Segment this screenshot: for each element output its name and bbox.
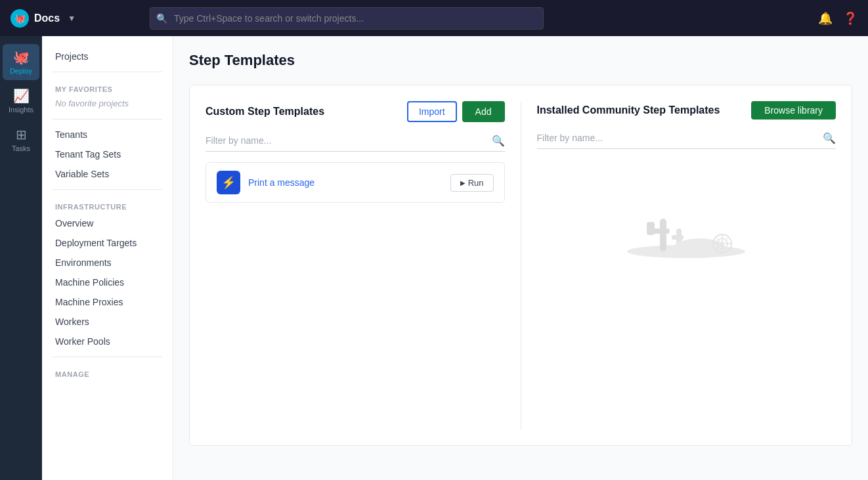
topbar: 🐙 Docs ▼ 🔍 🔔 ❓ xyxy=(0,0,868,36)
custom-filter-bar: 🔍 xyxy=(206,133,505,152)
empty-state xyxy=(537,160,836,291)
tasks-label: Tasks xyxy=(12,144,30,152)
template-name: Print a message xyxy=(248,177,443,188)
no-favorites-note: No favorite projects xyxy=(42,96,173,114)
custom-panel-actions: Import Add xyxy=(407,101,505,122)
sidebar-item-machine-policies[interactable]: Machine Policies xyxy=(42,273,173,292)
insights-label: Insights xyxy=(9,106,33,114)
svg-rect-5 xyxy=(672,235,684,240)
template-item-print-message[interactable]: ⚡ Print a message ▶ Run xyxy=(206,162,505,203)
svg-rect-1 xyxy=(660,219,666,251)
svg-rect-2 xyxy=(653,229,670,234)
search-icon: 🔍 xyxy=(156,13,167,24)
installed-panel-header: Installed Community Step Templates Brows… xyxy=(537,101,836,120)
custom-templates-panel: Custom Step Templates Import Add 🔍 ⚡ Pri… xyxy=(206,101,505,429)
brand[interactable]: 🐙 Docs ▼ xyxy=(11,9,142,28)
my-favorites-label: MY FAVORITES xyxy=(42,77,173,96)
notifications-button[interactable]: 🔔 xyxy=(818,11,833,26)
sidebar-item-tenants[interactable]: Tenants xyxy=(42,125,173,144)
deploy-icon: 🐙 xyxy=(13,49,30,65)
insights-icon: 📈 xyxy=(13,88,30,104)
manage-label: MANAGE xyxy=(42,362,173,381)
sidebar-item-deploy[interactable]: 🐙 Deploy xyxy=(3,44,39,80)
template-icon: ⚡ xyxy=(217,171,240,194)
bolt-icon: ⚡ xyxy=(221,175,236,190)
sidebar-item-variable-sets[interactable]: Variable Sets xyxy=(42,164,173,184)
main-content: Step Templates Custom Step Templates Imp… xyxy=(173,36,868,480)
installed-panel-actions: Browse library xyxy=(751,101,836,120)
templates-container: Custom Step Templates Import Add 🔍 ⚡ Pri… xyxy=(189,85,852,446)
sidebar-item-projects[interactable]: Projects xyxy=(42,47,173,66)
desert-illustration xyxy=(620,186,752,265)
octopus-icon: 🐙 xyxy=(11,9,29,28)
installed-filter-bar: 🔍 xyxy=(537,130,836,149)
sidebar-item-tasks[interactable]: ⊞ Tasks xyxy=(3,121,39,158)
sidebar-item-machine-proxies[interactable]: Machine Proxies xyxy=(42,292,173,312)
run-button[interactable]: ▶ Run xyxy=(450,174,494,192)
divider-2 xyxy=(53,119,162,120)
topbar-actions: 🔔 ❓ xyxy=(818,11,857,26)
sidebar-item-tenant-tag-sets[interactable]: Tenant Tag Sets xyxy=(42,144,173,164)
divider-4 xyxy=(53,357,162,357)
icon-rail: 🐙 Deploy 📈 Insights ⊞ Tasks xyxy=(0,36,42,480)
installed-filter-input[interactable] xyxy=(537,130,823,146)
deploy-label: Deploy xyxy=(10,67,32,75)
panel-divider xyxy=(521,101,521,429)
browse-library-button[interactable]: Browse library xyxy=(751,101,836,120)
run-label: Run xyxy=(468,178,484,188)
infrastructure-label: INFRASTRUCTURE xyxy=(42,195,173,213)
search-bar: 🔍 xyxy=(150,7,544,30)
custom-filter-search-icon: 🔍 xyxy=(492,135,505,147)
sidebar-item-deployment-targets[interactable]: Deployment Targets xyxy=(42,233,173,253)
installed-templates-panel: Installed Community Step Templates Brows… xyxy=(537,101,836,429)
sidebar-item-environments[interactable]: Environments xyxy=(42,253,173,273)
sidebar: Projects MY FAVORITES No favorite projec… xyxy=(42,36,173,480)
run-arrow-icon: ▶ xyxy=(460,179,466,186)
page-title: Step Templates xyxy=(189,52,852,69)
custom-filter-input[interactable] xyxy=(206,133,492,148)
layout: 🐙 Deploy 📈 Insights ⊞ Tasks Projects MY … xyxy=(0,36,868,480)
import-button[interactable]: Import xyxy=(407,101,457,122)
sidebar-item-insights[interactable]: 📈 Insights xyxy=(3,83,39,119)
installed-filter-search-icon: 🔍 xyxy=(823,132,836,144)
custom-panel-title: Custom Step Templates xyxy=(206,106,324,118)
installed-panel-title: Installed Community Step Templates xyxy=(537,104,720,116)
sidebar-item-worker-pools[interactable]: Worker Pools xyxy=(42,332,173,351)
divider-1 xyxy=(53,72,162,72)
add-button[interactable]: Add xyxy=(462,101,505,122)
sidebar-item-overview[interactable]: Overview xyxy=(42,213,173,233)
brand-name: Docs xyxy=(34,12,60,24)
sidebar-item-workers[interactable]: Workers xyxy=(42,312,173,332)
tasks-icon: ⊞ xyxy=(16,127,27,142)
divider-3 xyxy=(53,189,162,190)
custom-panel-header: Custom Step Templates Import Add xyxy=(206,101,505,122)
help-button[interactable]: ❓ xyxy=(843,11,857,26)
chevron-down-icon: ▼ xyxy=(68,14,76,23)
search-input[interactable] xyxy=(150,7,544,30)
svg-rect-3 xyxy=(647,222,655,235)
